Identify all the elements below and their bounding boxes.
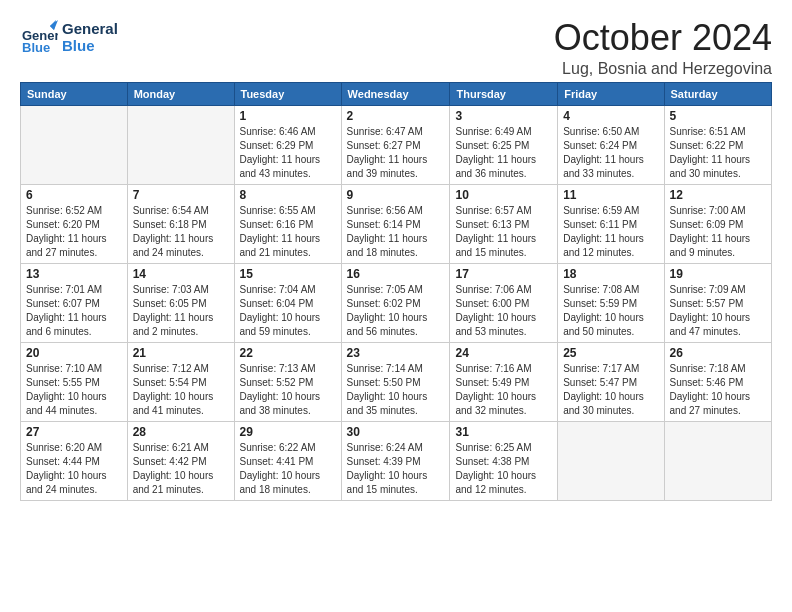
- day-number: 8: [240, 188, 336, 202]
- calendar-header-row: SundayMondayTuesdayWednesdayThursdayFrid…: [21, 82, 772, 105]
- page: General Blue General Blue October 2024 L…: [0, 0, 792, 511]
- calendar-cell: [127, 105, 234, 184]
- calendar-cell: 22Sunrise: 7:13 AM Sunset: 5:52 PM Dayli…: [234, 342, 341, 421]
- day-info: Sunrise: 6:20 AM Sunset: 4:44 PM Dayligh…: [26, 441, 122, 497]
- day-info: Sunrise: 6:47 AM Sunset: 6:27 PM Dayligh…: [347, 125, 445, 181]
- day-info: Sunrise: 7:03 AM Sunset: 6:05 PM Dayligh…: [133, 283, 229, 339]
- day-number: 18: [563, 267, 658, 281]
- calendar-cell: 1Sunrise: 6:46 AM Sunset: 6:29 PM Daylig…: [234, 105, 341, 184]
- day-number: 17: [455, 267, 552, 281]
- calendar-cell: 11Sunrise: 6:59 AM Sunset: 6:11 PM Dayli…: [558, 184, 664, 263]
- calendar-week-row: 27Sunrise: 6:20 AM Sunset: 4:44 PM Dayli…: [21, 421, 772, 500]
- calendar-day-header: Friday: [558, 82, 664, 105]
- day-info: Sunrise: 6:24 AM Sunset: 4:39 PM Dayligh…: [347, 441, 445, 497]
- calendar-week-row: 1Sunrise: 6:46 AM Sunset: 6:29 PM Daylig…: [21, 105, 772, 184]
- day-number: 3: [455, 109, 552, 123]
- day-info: Sunrise: 7:16 AM Sunset: 5:49 PM Dayligh…: [455, 362, 552, 418]
- day-number: 27: [26, 425, 122, 439]
- logo-blue: Blue: [62, 37, 118, 54]
- day-info: Sunrise: 7:12 AM Sunset: 5:54 PM Dayligh…: [133, 362, 229, 418]
- day-info: Sunrise: 7:09 AM Sunset: 5:57 PM Dayligh…: [670, 283, 766, 339]
- day-info: Sunrise: 6:50 AM Sunset: 6:24 PM Dayligh…: [563, 125, 658, 181]
- calendar-cell: 15Sunrise: 7:04 AM Sunset: 6:04 PM Dayli…: [234, 263, 341, 342]
- day-number: 7: [133, 188, 229, 202]
- calendar-cell: 29Sunrise: 6:22 AM Sunset: 4:41 PM Dayli…: [234, 421, 341, 500]
- calendar-cell: 4Sunrise: 6:50 AM Sunset: 6:24 PM Daylig…: [558, 105, 664, 184]
- day-number: 1: [240, 109, 336, 123]
- calendar-week-row: 20Sunrise: 7:10 AM Sunset: 5:55 PM Dayli…: [21, 342, 772, 421]
- calendar-cell: 16Sunrise: 7:05 AM Sunset: 6:02 PM Dayli…: [341, 263, 450, 342]
- calendar-day-header: Sunday: [21, 82, 128, 105]
- logo-icon: General Blue: [20, 18, 58, 56]
- month-title: October 2024: [554, 18, 772, 58]
- calendar-cell: 24Sunrise: 7:16 AM Sunset: 5:49 PM Dayli…: [450, 342, 558, 421]
- calendar-cell: 21Sunrise: 7:12 AM Sunset: 5:54 PM Dayli…: [127, 342, 234, 421]
- day-info: Sunrise: 7:01 AM Sunset: 6:07 PM Dayligh…: [26, 283, 122, 339]
- day-number: 2: [347, 109, 445, 123]
- title-block: October 2024 Lug, Bosnia and Herzegovina: [554, 18, 772, 78]
- calendar-cell: 26Sunrise: 7:18 AM Sunset: 5:46 PM Dayli…: [664, 342, 771, 421]
- day-number: 14: [133, 267, 229, 281]
- calendar-cell: 23Sunrise: 7:14 AM Sunset: 5:50 PM Dayli…: [341, 342, 450, 421]
- calendar-day-header: Saturday: [664, 82, 771, 105]
- day-info: Sunrise: 7:04 AM Sunset: 6:04 PM Dayligh…: [240, 283, 336, 339]
- calendar-cell: 27Sunrise: 6:20 AM Sunset: 4:44 PM Dayli…: [21, 421, 128, 500]
- day-number: 25: [563, 346, 658, 360]
- day-number: 12: [670, 188, 766, 202]
- day-number: 28: [133, 425, 229, 439]
- calendar-day-header: Tuesday: [234, 82, 341, 105]
- day-info: Sunrise: 7:18 AM Sunset: 5:46 PM Dayligh…: [670, 362, 766, 418]
- calendar-cell: [558, 421, 664, 500]
- svg-text:Blue: Blue: [22, 40, 50, 55]
- day-info: Sunrise: 6:22 AM Sunset: 4:41 PM Dayligh…: [240, 441, 336, 497]
- day-info: Sunrise: 7:14 AM Sunset: 5:50 PM Dayligh…: [347, 362, 445, 418]
- calendar-week-row: 6Sunrise: 6:52 AM Sunset: 6:20 PM Daylig…: [21, 184, 772, 263]
- calendar-cell: 30Sunrise: 6:24 AM Sunset: 4:39 PM Dayli…: [341, 421, 450, 500]
- day-info: Sunrise: 6:59 AM Sunset: 6:11 PM Dayligh…: [563, 204, 658, 260]
- day-info: Sunrise: 6:56 AM Sunset: 6:14 PM Dayligh…: [347, 204, 445, 260]
- calendar-cell: 9Sunrise: 6:56 AM Sunset: 6:14 PM Daylig…: [341, 184, 450, 263]
- calendar-cell: 31Sunrise: 6:25 AM Sunset: 4:38 PM Dayli…: [450, 421, 558, 500]
- day-info: Sunrise: 7:06 AM Sunset: 6:00 PM Dayligh…: [455, 283, 552, 339]
- calendar-cell: 28Sunrise: 6:21 AM Sunset: 4:42 PM Dayli…: [127, 421, 234, 500]
- day-info: Sunrise: 7:13 AM Sunset: 5:52 PM Dayligh…: [240, 362, 336, 418]
- calendar-day-header: Monday: [127, 82, 234, 105]
- calendar-cell: 13Sunrise: 7:01 AM Sunset: 6:07 PM Dayli…: [21, 263, 128, 342]
- calendar-week-row: 13Sunrise: 7:01 AM Sunset: 6:07 PM Dayli…: [21, 263, 772, 342]
- day-number: 22: [240, 346, 336, 360]
- day-number: 31: [455, 425, 552, 439]
- day-number: 19: [670, 267, 766, 281]
- day-number: 9: [347, 188, 445, 202]
- calendar-cell: 8Sunrise: 6:55 AM Sunset: 6:16 PM Daylig…: [234, 184, 341, 263]
- calendar-day-header: Thursday: [450, 82, 558, 105]
- day-info: Sunrise: 6:52 AM Sunset: 6:20 PM Dayligh…: [26, 204, 122, 260]
- calendar-cell: [664, 421, 771, 500]
- day-number: 30: [347, 425, 445, 439]
- calendar-cell: 5Sunrise: 6:51 AM Sunset: 6:22 PM Daylig…: [664, 105, 771, 184]
- day-number: 10: [455, 188, 552, 202]
- location-title: Lug, Bosnia and Herzegovina: [554, 60, 772, 78]
- header: General Blue General Blue October 2024 L…: [20, 18, 772, 78]
- day-number: 23: [347, 346, 445, 360]
- day-number: 6: [26, 188, 122, 202]
- day-info: Sunrise: 6:54 AM Sunset: 6:18 PM Dayligh…: [133, 204, 229, 260]
- calendar-cell: 17Sunrise: 7:06 AM Sunset: 6:00 PM Dayli…: [450, 263, 558, 342]
- day-info: Sunrise: 6:25 AM Sunset: 4:38 PM Dayligh…: [455, 441, 552, 497]
- day-number: 13: [26, 267, 122, 281]
- day-info: Sunrise: 6:49 AM Sunset: 6:25 PM Dayligh…: [455, 125, 552, 181]
- calendar-cell: 6Sunrise: 6:52 AM Sunset: 6:20 PM Daylig…: [21, 184, 128, 263]
- day-number: 5: [670, 109, 766, 123]
- calendar-cell: 12Sunrise: 7:00 AM Sunset: 6:09 PM Dayli…: [664, 184, 771, 263]
- calendar-cell: 25Sunrise: 7:17 AM Sunset: 5:47 PM Dayli…: [558, 342, 664, 421]
- day-info: Sunrise: 7:05 AM Sunset: 6:02 PM Dayligh…: [347, 283, 445, 339]
- day-number: 11: [563, 188, 658, 202]
- day-number: 15: [240, 267, 336, 281]
- calendar-cell: 20Sunrise: 7:10 AM Sunset: 5:55 PM Dayli…: [21, 342, 128, 421]
- day-info: Sunrise: 6:57 AM Sunset: 6:13 PM Dayligh…: [455, 204, 552, 260]
- calendar-table: SundayMondayTuesdayWednesdayThursdayFrid…: [20, 82, 772, 501]
- day-info: Sunrise: 7:17 AM Sunset: 5:47 PM Dayligh…: [563, 362, 658, 418]
- day-info: Sunrise: 6:51 AM Sunset: 6:22 PM Dayligh…: [670, 125, 766, 181]
- calendar-cell: 19Sunrise: 7:09 AM Sunset: 5:57 PM Dayli…: [664, 263, 771, 342]
- day-info: Sunrise: 6:46 AM Sunset: 6:29 PM Dayligh…: [240, 125, 336, 181]
- day-info: Sunrise: 6:21 AM Sunset: 4:42 PM Dayligh…: [133, 441, 229, 497]
